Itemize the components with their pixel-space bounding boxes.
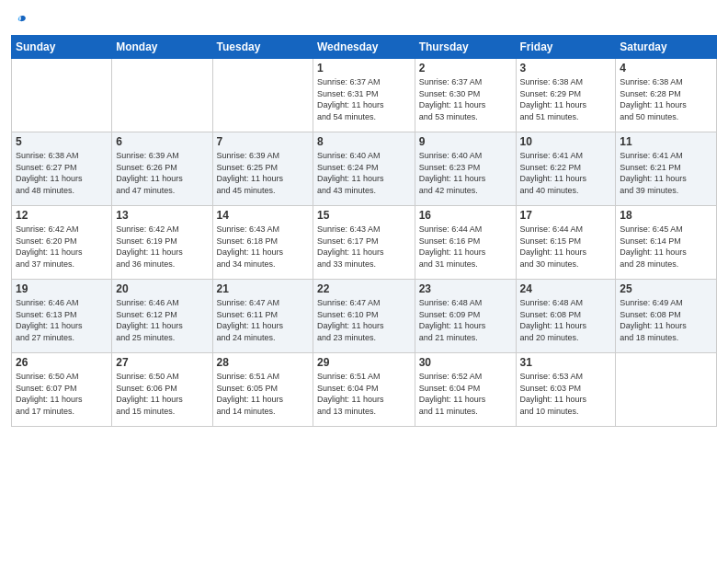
day-number: 26 [16,356,108,369]
calendar-week-row: 1Sunrise: 6:37 AM Sunset: 6:31 PM Daylig… [12,59,717,132]
weekday-header-sunday: Sunday [12,36,112,59]
day-info: Sunrise: 6:46 AM Sunset: 6:13 PM Dayligh… [16,297,108,343]
calendar-cell: 10Sunrise: 6:41 AM Sunset: 6:22 PM Dayli… [516,132,616,206]
day-info: Sunrise: 6:38 AM Sunset: 6:29 PM Dayligh… [520,76,612,122]
calendar-cell: 30Sunrise: 6:52 AM Sunset: 6:04 PM Dayli… [415,353,516,427]
day-number: 14 [217,209,309,222]
day-number: 20 [116,282,208,295]
day-number: 25 [620,282,712,295]
day-info: Sunrise: 6:41 AM Sunset: 6:21 PM Dayligh… [620,150,712,196]
calendar-cell [112,59,212,132]
day-number: 4 [620,62,712,75]
calendar-cell: 31Sunrise: 6:53 AM Sunset: 6:03 PM Dayli… [516,353,616,427]
calendar-cell: 28Sunrise: 6:51 AM Sunset: 6:05 PM Dayli… [212,353,313,427]
calendar-cell: 12Sunrise: 6:42 AM Sunset: 6:20 PM Dayli… [12,206,112,280]
calendar-cell: 20Sunrise: 6:46 AM Sunset: 6:12 PM Dayli… [112,280,212,353]
day-number: 1 [317,62,411,75]
day-number: 9 [419,135,512,148]
calendar-cell [616,353,717,427]
weekday-header-row: SundayMondayTuesdayWednesdayThursdayFrid… [12,36,717,59]
day-number: 22 [317,282,411,295]
day-number: 12 [16,209,108,222]
calendar-cell: 1Sunrise: 6:37 AM Sunset: 6:31 PM Daylig… [313,59,415,132]
calendar-cell: 9Sunrise: 6:40 AM Sunset: 6:23 PM Daylig… [415,132,516,206]
day-info: Sunrise: 6:38 AM Sunset: 6:27 PM Dayligh… [16,150,108,196]
calendar-cell: 2Sunrise: 6:37 AM Sunset: 6:30 PM Daylig… [415,59,516,132]
calendar-cell: 16Sunrise: 6:44 AM Sunset: 6:16 PM Dayli… [415,206,516,280]
day-number: 10 [520,135,612,148]
day-info: Sunrise: 6:50 AM Sunset: 6:07 PM Dayligh… [16,371,108,417]
day-number: 24 [520,282,612,295]
calendar-cell: 26Sunrise: 6:50 AM Sunset: 6:07 PM Dayli… [12,353,112,427]
day-number: 15 [317,209,411,222]
day-info: Sunrise: 6:52 AM Sunset: 6:04 PM Dayligh… [419,371,512,417]
header-row [11,9,717,29]
day-info: Sunrise: 6:40 AM Sunset: 6:24 PM Dayligh… [317,150,411,196]
day-info: Sunrise: 6:42 AM Sunset: 6:20 PM Dayligh… [16,224,108,270]
day-info: Sunrise: 6:37 AM Sunset: 6:30 PM Dayligh… [419,76,512,122]
day-info: Sunrise: 6:40 AM Sunset: 6:23 PM Dayligh… [419,150,512,196]
calendar-cell: 21Sunrise: 6:47 AM Sunset: 6:11 PM Dayli… [212,280,313,353]
day-info: Sunrise: 6:48 AM Sunset: 6:09 PM Dayligh… [419,297,512,343]
calendar-cell: 7Sunrise: 6:39 AM Sunset: 6:25 PM Daylig… [212,132,313,206]
day-info: Sunrise: 6:39 AM Sunset: 6:25 PM Dayligh… [217,150,309,196]
day-info: Sunrise: 6:38 AM Sunset: 6:28 PM Dayligh… [620,76,712,122]
weekday-header-monday: Monday [112,36,212,59]
day-info: Sunrise: 6:48 AM Sunset: 6:08 PM Dayligh… [520,297,612,343]
calendar-table: SundayMondayTuesdayWednesdayThursdayFrid… [11,35,717,427]
day-info: Sunrise: 6:43 AM Sunset: 6:17 PM Dayligh… [317,224,411,270]
day-info: Sunrise: 6:46 AM Sunset: 6:12 PM Dayligh… [116,297,208,343]
day-info: Sunrise: 6:44 AM Sunset: 6:15 PM Dayligh… [520,224,612,270]
calendar-cell: 6Sunrise: 6:39 AM Sunset: 6:26 PM Daylig… [112,132,212,206]
day-number: 3 [520,62,612,75]
day-number: 7 [217,135,309,148]
weekday-header-saturday: Saturday [616,36,717,59]
calendar-cell: 14Sunrise: 6:43 AM Sunset: 6:18 PM Dayli… [212,206,313,280]
day-info: Sunrise: 6:42 AM Sunset: 6:19 PM Dayligh… [116,224,208,270]
day-number: 13 [116,209,208,222]
calendar-cell [12,59,112,132]
calendar-cell: 11Sunrise: 6:41 AM Sunset: 6:21 PM Dayli… [616,132,717,206]
day-number: 18 [620,209,712,222]
calendar-cell: 24Sunrise: 6:48 AM Sunset: 6:08 PM Dayli… [516,280,616,353]
day-number: 31 [520,356,612,369]
calendar-cell: 23Sunrise: 6:48 AM Sunset: 6:09 PM Dayli… [415,280,516,353]
day-number: 11 [620,135,712,148]
day-number: 6 [116,135,208,148]
weekday-header-tuesday: Tuesday [212,36,313,59]
calendar-cell: 25Sunrise: 6:49 AM Sunset: 6:08 PM Dayli… [616,280,717,353]
day-number: 17 [520,209,612,222]
calendar-cell: 22Sunrise: 6:47 AM Sunset: 6:10 PM Dayli… [313,280,415,353]
day-number: 28 [217,356,309,369]
day-number: 23 [419,282,512,295]
calendar-cell: 8Sunrise: 6:40 AM Sunset: 6:24 PM Daylig… [313,132,415,206]
day-number: 8 [317,135,411,148]
day-info: Sunrise: 6:53 AM Sunset: 6:03 PM Dayligh… [520,371,612,417]
calendar-cell: 5Sunrise: 6:38 AM Sunset: 6:27 PM Daylig… [12,132,112,206]
day-number: 5 [16,135,108,148]
weekday-header-friday: Friday [516,36,616,59]
day-info: Sunrise: 6:47 AM Sunset: 6:11 PM Dayligh… [217,297,309,343]
day-number: 29 [317,356,411,369]
day-number: 27 [116,356,208,369]
calendar-cell: 27Sunrise: 6:50 AM Sunset: 6:06 PM Dayli… [112,353,212,427]
weekday-header-wednesday: Wednesday [313,36,415,59]
day-info: Sunrise: 6:50 AM Sunset: 6:06 PM Dayligh… [116,371,208,417]
day-number: 2 [419,62,512,75]
calendar-cell: 29Sunrise: 6:51 AM Sunset: 6:04 PM Dayli… [313,353,415,427]
day-info: Sunrise: 6:43 AM Sunset: 6:18 PM Dayligh… [217,224,309,270]
weekday-header-thursday: Thursday [415,36,516,59]
day-number: 19 [16,282,108,295]
page-container: SundayMondayTuesdayWednesdayThursdayFrid… [0,0,728,434]
calendar-week-row: 12Sunrise: 6:42 AM Sunset: 6:20 PM Dayli… [12,206,717,280]
day-info: Sunrise: 6:37 AM Sunset: 6:31 PM Dayligh… [317,76,411,122]
day-info: Sunrise: 6:51 AM Sunset: 6:04 PM Dayligh… [317,371,411,417]
day-number: 21 [217,282,309,295]
calendar-week-row: 5Sunrise: 6:38 AM Sunset: 6:27 PM Daylig… [12,132,717,206]
calendar-week-row: 26Sunrise: 6:50 AM Sunset: 6:07 PM Dayli… [12,353,717,427]
day-number: 30 [419,356,512,369]
day-info: Sunrise: 6:49 AM Sunset: 6:08 PM Dayligh… [620,297,712,343]
calendar-cell: 4Sunrise: 6:38 AM Sunset: 6:28 PM Daylig… [616,59,717,132]
logo-bird-icon [12,13,28,29]
calendar-cell [212,59,313,132]
